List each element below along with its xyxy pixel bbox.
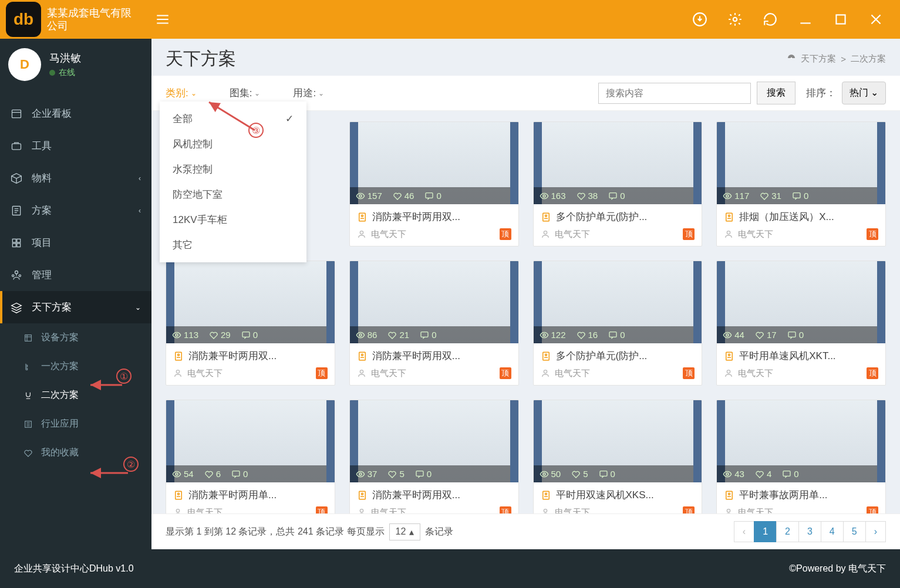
crumb-b[interactable]: 二次方案 xyxy=(851,53,886,65)
filter-gallery[interactable]: 图集:⌄ xyxy=(230,86,261,100)
chevron-down-icon: ⌄ xyxy=(135,303,141,312)
svg-rect-32 xyxy=(242,332,250,337)
views: 50 xyxy=(540,469,561,479)
dropdown-option[interactable]: 全部 xyxy=(160,106,306,131)
scheme-card[interactable]: 5460消防兼平时两用单...电气天下顶 xyxy=(166,400,335,513)
comments: 0 xyxy=(599,469,615,479)
sidebar-item-tianxia[interactable]: 天下方案 ⌄ xyxy=(0,291,151,323)
refresh-icon[interactable] xyxy=(763,12,778,27)
comments: 0 xyxy=(231,469,248,479)
pin-badge: 顶 xyxy=(683,367,695,379)
page-‹[interactable]: ‹ xyxy=(734,521,754,542)
sidebar-item-2[interactable]: 物料‹ xyxy=(0,162,151,194)
page-4[interactable]: 4 xyxy=(821,521,844,542)
settings-gear-icon[interactable] xyxy=(727,12,743,27)
svg-point-66 xyxy=(726,473,729,475)
maximize-icon[interactable] xyxy=(833,12,848,27)
filter-category[interactable]: 类别:⌄ xyxy=(166,86,197,100)
svg-point-31 xyxy=(176,334,178,336)
sidebar-item-1[interactable]: 工具 xyxy=(0,130,151,162)
svg-point-20 xyxy=(360,231,363,234)
svg-point-51 xyxy=(176,473,178,475)
card-thumbnail: 163380 xyxy=(534,122,702,204)
card-title: 平时兼事故两用单... xyxy=(717,482,885,504)
scheme-card[interactable]: 5050平时用双速风机XKS...电气天下顶 xyxy=(533,400,703,513)
card-thumbnail: 117310 xyxy=(717,122,885,204)
pagesize-select[interactable]: 12 ▴ xyxy=(389,523,421,540)
svg-point-34 xyxy=(178,354,180,356)
scheme-card[interactable]: 86210消防兼平时两用双...电气天下顶 xyxy=(349,261,519,386)
download-icon[interactable] xyxy=(692,12,707,27)
scheme-card[interactable]: 4340平时兼事故两用单...电气天下顶 xyxy=(716,400,886,513)
pagination-summary: 显示第 1 到第 12 条记录，总共 241 条记录 每页显示 xyxy=(166,526,385,538)
views: 43 xyxy=(723,469,744,479)
main-content: 天下方案 天下方案 > 二次方案 类别:⌄ 图集:⌄ 用途:⌄ 搜索 排序： 热… xyxy=(151,39,900,549)
svg-rect-13 xyxy=(25,334,32,341)
dropdown-option[interactable]: 12KV手车柜 xyxy=(160,207,306,232)
pin-badge: 顶 xyxy=(867,228,878,240)
svg-point-55 xyxy=(176,509,179,512)
card-author: 电气天下顶 xyxy=(166,365,335,385)
scheme-card[interactable]: 122160多个防护单元(防护...电气天下顶 xyxy=(533,261,703,386)
scheme-card[interactable]: 113290消防兼平时两用双...电气天下顶 xyxy=(166,261,335,386)
dropdown-option[interactable]: 水泵控制 xyxy=(160,157,306,182)
sidebar-item-3[interactable]: 方案‹ xyxy=(0,194,151,227)
page-5[interactable]: 5 xyxy=(843,521,866,542)
company-name: 某某成套电气有限公司 xyxy=(47,6,141,32)
dropdown-option[interactable]: 其它 xyxy=(160,232,306,258)
svg-point-29 xyxy=(729,215,730,217)
views: 54 xyxy=(172,469,194,479)
sidebar-sub-0[interactable]: 设备方案 xyxy=(0,323,151,352)
pin-badge: 顶 xyxy=(500,367,511,379)
dropdown-option[interactable]: 防空地下室 xyxy=(160,182,306,207)
svg-rect-8 xyxy=(12,243,16,246)
views: 86 xyxy=(356,330,377,340)
scheme-card[interactable]: 44170平时用单速风机XKT...电气天下顶 xyxy=(716,261,886,386)
card-author: 电气天下顶 xyxy=(350,365,518,385)
filter-usage[interactable]: 用途:⌄ xyxy=(293,86,324,100)
page-2[interactable]: 2 xyxy=(776,521,799,542)
sidebar-item-5[interactable]: 管理 xyxy=(0,259,151,291)
search-input[interactable] xyxy=(598,83,751,104)
svg-rect-17 xyxy=(426,192,433,198)
svg-point-41 xyxy=(543,334,545,336)
svg-point-69 xyxy=(729,493,730,495)
scheme-card[interactable]: 157460消防兼平时两用双...电气天下顶 xyxy=(349,121,519,246)
caret-up-icon: ▴ xyxy=(409,526,414,538)
nav-icon xyxy=(11,237,23,249)
sidebar-item-4[interactable]: 项目 xyxy=(0,227,151,259)
sidebar-item-0[interactable]: 企业看板 xyxy=(0,97,151,130)
scheme-card[interactable]: 163380多个防护单元(防护...电气天下顶 xyxy=(533,121,703,246)
search-button[interactable]: 搜索 xyxy=(757,82,795,104)
svg-point-50 xyxy=(727,370,730,373)
svg-rect-42 xyxy=(609,332,616,337)
dropdown-option[interactable]: 风机控制 xyxy=(160,131,306,157)
minimize-icon[interactable] xyxy=(798,12,813,27)
app-logo: db xyxy=(6,2,41,37)
svg-rect-4 xyxy=(12,143,21,149)
crumb-a[interactable]: 天下方案 xyxy=(801,53,836,65)
hamburger-menu-icon[interactable] xyxy=(155,12,170,27)
sort-select[interactable]: 热门 ⌄ xyxy=(842,82,886,104)
sidebar-sub-3[interactable]: 行业应用 xyxy=(0,410,151,438)
scheme-card[interactable]: 117310排烟（加压送风）X...电气天下顶 xyxy=(716,121,886,246)
sidebar-sub-1[interactable]: 一次方案 xyxy=(0,352,151,381)
layers-icon xyxy=(11,302,23,313)
svg-point-30 xyxy=(727,231,730,234)
svg-point-25 xyxy=(544,231,547,234)
svg-rect-6 xyxy=(12,239,16,242)
card-title: 多个防护单元(防护... xyxy=(534,204,702,226)
card-thumbnail: 113290 xyxy=(166,261,335,343)
card-stats: 163380 xyxy=(534,187,702,204)
sidebar-sub-2[interactable]: 二次方案 xyxy=(0,381,151,410)
scheme-card[interactable]: 3750消防兼平时两用双...电气天下顶 xyxy=(349,400,519,513)
card-thumbnail: 4340 xyxy=(717,400,885,482)
page-3[interactable]: 3 xyxy=(798,521,821,542)
nav-icon xyxy=(11,173,23,184)
page-›[interactable]: › xyxy=(865,521,886,542)
card-title: 消防兼平时两用双... xyxy=(350,343,518,365)
sidebar-item-label: 方案 xyxy=(32,204,52,217)
close-icon[interactable] xyxy=(868,12,884,27)
page-1[interactable]: 1 xyxy=(754,521,777,542)
sidebar-sub-4[interactable]: 我的收藏 xyxy=(0,438,151,467)
